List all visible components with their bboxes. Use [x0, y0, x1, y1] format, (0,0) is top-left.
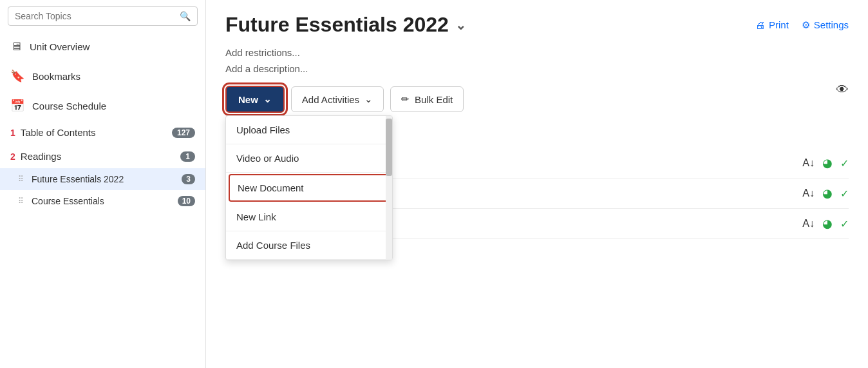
- main-title-group: Future Essentials 2022 ⌄: [225, 13, 466, 37]
- new-button-chevron-icon: ⌄: [263, 93, 272, 105]
- search-input[interactable]: [15, 11, 180, 21]
- row-actions: A↓ ◕ ✓: [802, 156, 849, 170]
- new-button[interactable]: New ⌄: [225, 86, 285, 113]
- sidebar-section-readings[interactable]: 2 Readings 1: [0, 144, 205, 168]
- add-restrictions[interactable]: Add restrictions...: [225, 47, 849, 58]
- sort-icon[interactable]: A↓: [802, 188, 815, 199]
- main-header: Future Essentials 2022 ⌄ 🖨 Print ⚙ Setti…: [225, 13, 849, 37]
- readings-red-num: 2: [10, 151, 15, 162]
- eye-icon[interactable]: ◕: [822, 156, 833, 170]
- toolbar: New ⌄ Upload Files Video or Audio New Do…: [225, 86, 849, 113]
- bulk-edit-pencil-icon: ✏: [401, 93, 410, 105]
- sidebar-item-future-essentials-2022[interactable]: ⠿ Future Essentials 2022 3: [0, 168, 205, 190]
- dropdown-item-new-document[interactable]: New Document: [229, 174, 390, 202]
- dropdown-item-upload-files[interactable]: Upload Files: [226, 116, 392, 144]
- sidebar-sub-item-label: Course Essentials: [32, 196, 173, 206]
- settings-icon: ⚙: [802, 19, 810, 31]
- search-box[interactable]: 🔍: [8, 6, 198, 26]
- print-icon: 🖨: [755, 19, 765, 30]
- add-description[interactable]: Add a description...: [225, 63, 849, 74]
- sidebar-item-unit-overview[interactable]: 🖥 Unit Overview: [0, 32, 205, 61]
- print-button[interactable]: 🖨 Print: [755, 19, 789, 30]
- check-icon[interactable]: ✓: [840, 188, 849, 200]
- sidebar-item-bookmarks[interactable]: 🔖 Bookmarks: [0, 61, 205, 91]
- dropdown-scrollthumb: [386, 119, 392, 176]
- readings-badge: 1: [180, 151, 195, 162]
- readings-label: Readings: [21, 151, 61, 162]
- eye-icon[interactable]: ◕: [822, 186, 833, 200]
- add-activities-button[interactable]: Add Activities ⌄: [291, 86, 384, 112]
- bulk-edit-button[interactable]: ✏ Bulk Edit: [390, 86, 464, 112]
- sidebar-item-course-essentials[interactable]: ⠿ Course Essentials 10: [0, 190, 205, 212]
- unit-overview-icon: 🖥: [10, 40, 22, 53]
- new-button-container: New ⌄ Upload Files Video or Audio New Do…: [225, 86, 285, 113]
- title-chevron-down-icon[interactable]: ⌄: [455, 17, 466, 33]
- table-of-contents-red-num: 1: [10, 128, 15, 138]
- sidebar-item-label: Bookmarks: [32, 71, 80, 82]
- check-icon[interactable]: ✓: [840, 218, 849, 230]
- new-dropdown-menu: Upload Files Video or Audio New Document…: [225, 115, 393, 260]
- dropdown-item-add-course-files[interactable]: Add Course Files: [226, 231, 392, 260]
- table-of-contents-label: Table of Contents: [21, 127, 96, 138]
- settings-label: Settings: [814, 19, 849, 30]
- header-actions: 🖨 Print ⚙ Settings: [755, 19, 849, 31]
- bookmarks-icon: 🔖: [10, 69, 24, 83]
- sidebar-sub-item-count: 10: [178, 196, 195, 206]
- check-icon[interactable]: ✓: [840, 157, 849, 169]
- sidebar-sub-item-count: 3: [182, 174, 195, 184]
- row-actions: A↓ ◕ ✓: [802, 217, 849, 231]
- new-button-label: New: [238, 94, 258, 105]
- drag-icon: ⠿: [18, 197, 24, 206]
- sidebar: 🔍 🖥 Unit Overview 🔖 Bookmarks 📅 Course S…: [0, 0, 206, 368]
- eye-icon[interactable]: ◕: [822, 217, 833, 231]
- sidebar-item-label: Course Schedule: [32, 101, 106, 111]
- search-icon: 🔍: [180, 11, 191, 21]
- dropdown-item-new-link[interactable]: New Link: [226, 203, 392, 231]
- dropdown-item-video-or-audio[interactable]: Video or Audio: [226, 144, 392, 173]
- drag-icon: ⠿: [18, 175, 24, 184]
- sidebar-item-label: Unit Overview: [30, 41, 90, 52]
- add-activities-chevron-icon: ⌄: [364, 93, 373, 105]
- settings-button[interactable]: ⚙ Settings: [802, 19, 849, 31]
- table-of-contents-badge: 127: [172, 128, 195, 138]
- sidebar-sub-item-label: Future Essentials 2022: [32, 174, 176, 184]
- page-title: Future Essentials 2022: [225, 13, 449, 37]
- sort-icon[interactable]: A↓: [802, 218, 815, 229]
- print-label: Print: [769, 19, 789, 30]
- row-actions: A↓ ◕ ✓: [802, 186, 849, 200]
- sort-icon[interactable]: A↓: [802, 157, 815, 169]
- dropdown-scrollbar[interactable]: [386, 116, 392, 260]
- bulk-edit-label: Bulk Edit: [415, 94, 453, 105]
- sidebar-item-course-schedule[interactable]: 📅 Course Schedule: [0, 91, 205, 121]
- add-activities-label: Add Activities: [302, 94, 359, 105]
- sidebar-section-table-of-contents[interactable]: 1 Table of Contents 127: [0, 121, 205, 144]
- main-content: Future Essentials 2022 ⌄ 🖨 Print ⚙ Setti…: [206, 0, 868, 368]
- course-schedule-icon: 📅: [10, 99, 24, 113]
